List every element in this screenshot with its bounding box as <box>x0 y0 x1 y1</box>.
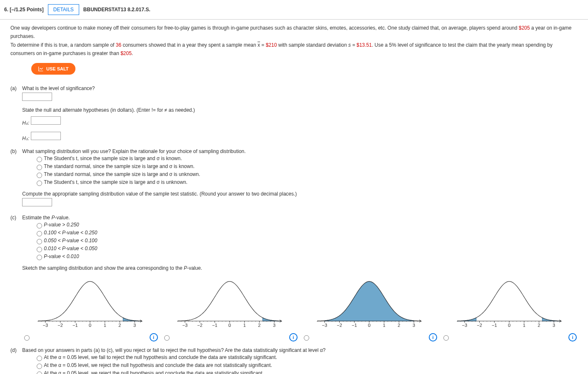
part-b-q2: Compute the appropriate sampling distrib… <box>22 191 577 197</box>
info-icon[interactable]: i <box>429 333 437 341</box>
svg-text:0: 0 <box>228 323 231 328</box>
graph-option-3: −3−2−10123 i <box>302 277 437 341</box>
svg-text:−2: −2 <box>198 323 203 328</box>
details-button[interactable]: DETAILS <box>48 4 79 15</box>
svg-text:−2: −2 <box>477 323 482 328</box>
svg-text:2: 2 <box>258 323 261 328</box>
use-salt-button[interactable]: USE SALT <box>31 63 75 75</box>
part-b-opt1-radio[interactable] <box>37 157 42 162</box>
svg-text:1: 1 <box>104 323 106 328</box>
svg-text:−2: −2 <box>337 323 343 328</box>
part-d-opt3: At the α = 0.05 level, we reject the nul… <box>44 370 264 374</box>
part-c-opt1: P-value > 0.250 <box>44 222 79 228</box>
normal-curve-graph: −3−2−10123 <box>173 277 286 331</box>
part-c-opt1-radio[interactable] <box>37 223 42 228</box>
part-d-q: Based on your answers in parts (a) to (c… <box>22 347 577 353</box>
part-c-opt3: 0.050 < P-value < 0.100 <box>44 238 97 243</box>
svg-text:−1: −1 <box>212 323 218 328</box>
svg-text:2: 2 <box>538 323 540 328</box>
normal-curve-graph: −3−2−10123 <box>453 277 565 331</box>
info-icon[interactable]: i <box>150 333 158 341</box>
part-b-opt4: The Student's t, since the sample size i… <box>44 179 188 185</box>
part-a-q2: State the null and alternate hypotheses … <box>22 107 577 113</box>
h0-label: H₀: <box>22 120 29 126</box>
part-a-label: (a) <box>10 85 21 91</box>
graph-radio-4[interactable] <box>443 335 449 341</box>
svg-text:−3: −3 <box>462 323 467 328</box>
part-c-q: Estimate the P-value. <box>22 215 577 221</box>
svg-text:−1: −1 <box>492 323 497 328</box>
part-b-opt2-radio[interactable] <box>37 165 42 170</box>
svg-text:3: 3 <box>133 323 136 328</box>
part-c-q2: Sketch the sampling distribution and sho… <box>22 265 577 271</box>
test-statistic-input[interactable] <box>22 198 52 206</box>
svg-text:0: 0 <box>89 323 91 328</box>
question-number: 6. [–/1.25 Points] <box>4 7 44 13</box>
question-code: BBUNDERSTAT13 8.2.017.S. <box>83 7 150 13</box>
graph-radio-3[interactable] <box>304 335 309 341</box>
part-d-opt2-radio[interactable] <box>37 364 42 369</box>
h1-input[interactable] <box>31 132 61 140</box>
part-d-opt1-radio[interactable] <box>37 356 42 361</box>
info-icon[interactable]: i <box>568 333 577 341</box>
normal-curve-graph: −3−2−10123 <box>34 277 146 331</box>
svg-text:0: 0 <box>508 323 510 328</box>
part-d-label: (d) <box>10 347 21 353</box>
svg-text:1: 1 <box>383 323 385 328</box>
graph-radio-1[interactable] <box>24 335 30 341</box>
part-d-opt3-radio[interactable] <box>37 371 42 374</box>
h0-input[interactable] <box>31 116 61 125</box>
question-header: 6. [–/1.25 Points] DETAILS BBUNDERSTAT13… <box>0 0 588 20</box>
part-c-opt4-radio[interactable] <box>37 247 42 252</box>
svg-text:−3: −3 <box>183 323 188 328</box>
part-b-opt4-radio[interactable] <box>37 181 42 186</box>
graph-option-1: −3−2−10123 i <box>22 277 158 341</box>
part-d-opt2: At the α = 0.05 level, we reject the nul… <box>44 362 272 368</box>
chart-icon <box>38 66 44 72</box>
svg-text:2: 2 <box>398 323 400 328</box>
graph-radio-2[interactable] <box>164 335 170 341</box>
svg-text:3: 3 <box>273 323 275 328</box>
part-c-opt4: 0.010 < P-value < 0.050 <box>44 246 97 251</box>
info-icon[interactable]: i <box>289 333 298 341</box>
svg-text:1: 1 <box>523 323 525 328</box>
significance-input[interactable] <box>22 93 52 101</box>
h1-label: H₁: <box>22 136 29 141</box>
part-b-q: What sampling distribution will you use?… <box>22 148 577 154</box>
part-c-opt3-radio[interactable] <box>37 239 42 244</box>
graph-option-2: −3−2−10123 i <box>162 277 298 341</box>
part-c-label: (c) <box>10 215 21 221</box>
problem-description: One way developers continue to make mone… <box>10 24 578 58</box>
svg-text:3: 3 <box>413 323 415 328</box>
part-d-opt1: At the α = 0.05 level, we fail to reject… <box>44 354 277 360</box>
graph-option-4: −3−2−10123 i <box>441 277 577 341</box>
svg-text:3: 3 <box>553 323 555 328</box>
svg-text:2: 2 <box>118 323 121 328</box>
part-b-opt3: The standard normal, since the sample si… <box>44 171 200 177</box>
part-b-label: (b) <box>10 148 21 154</box>
graphs-container: −3−2−10123 i −3−2−10123 i <box>22 277 577 341</box>
part-b-opt2: The standard normal, since the sample si… <box>44 163 195 169</box>
part-c-opt5: P-value < 0.010 <box>44 254 79 259</box>
normal-curve-graph: −3−2−10123 <box>313 277 425 331</box>
svg-text:−3: −3 <box>43 323 48 328</box>
part-c-opt2: 0.100 < P-value < 0.250 <box>44 230 97 236</box>
part-b-opt3-radio[interactable] <box>37 173 42 178</box>
part-c-opt2-radio[interactable] <box>37 231 42 236</box>
svg-text:0: 0 <box>368 323 370 328</box>
part-c-opt5-radio[interactable] <box>37 255 42 260</box>
svg-text:−3: −3 <box>322 323 328 328</box>
svg-text:1: 1 <box>243 323 246 328</box>
svg-text:−1: −1 <box>73 323 78 328</box>
part-b-opt1: The Student's t, since the sample size i… <box>44 156 182 161</box>
svg-text:−2: −2 <box>58 323 63 328</box>
svg-text:−1: −1 <box>352 323 357 328</box>
part-a-q1: What is the level of significance? <box>22 85 577 91</box>
